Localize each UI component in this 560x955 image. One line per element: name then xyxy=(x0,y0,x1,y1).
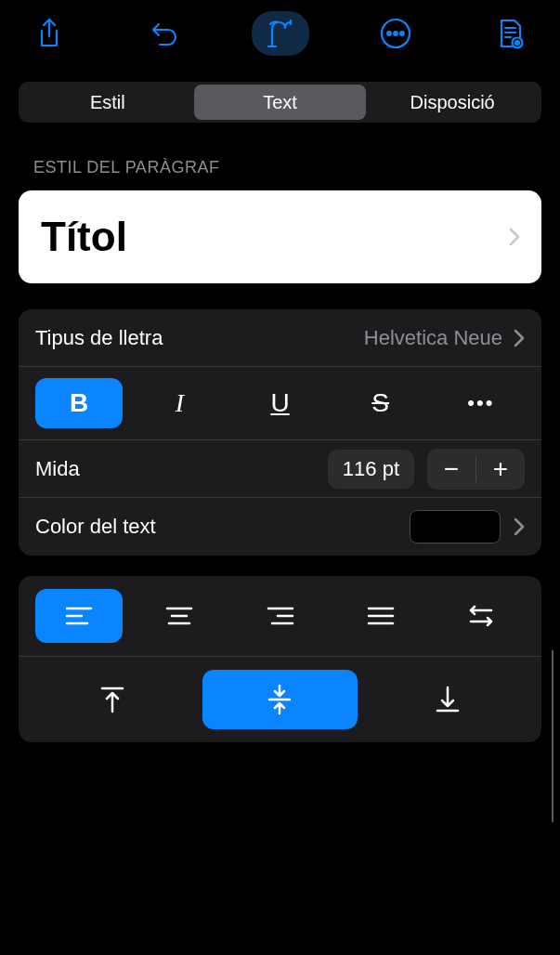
format-panel: Estil Text Disposició Estil del paràgraf… xyxy=(0,67,560,742)
align-justify-button[interactable] xyxy=(337,589,424,643)
font-value: Helvetica Neue xyxy=(364,326,502,350)
more-button[interactable] xyxy=(367,11,424,56)
align-left-button[interactable] xyxy=(35,589,123,643)
vertical-alignment-row xyxy=(19,657,541,742)
chevron-right-icon xyxy=(514,517,525,536)
chevron-right-icon xyxy=(508,227,521,247)
bold-button[interactable]: B xyxy=(35,378,123,428)
share-button[interactable] xyxy=(20,11,78,56)
tab-text[interactable]: Text xyxy=(194,85,367,120)
paragraph-style-value: Títol xyxy=(41,214,127,260)
alignment-group xyxy=(19,576,541,742)
size-row: Mida 116 pt − + xyxy=(19,440,541,498)
svg-point-3 xyxy=(400,32,404,35)
svg-point-1 xyxy=(387,32,391,35)
align-center-button[interactable] xyxy=(136,589,223,643)
document-settings-button[interactable] xyxy=(482,11,540,56)
size-value[interactable]: 116 pt xyxy=(328,450,414,489)
chevron-right-icon xyxy=(514,329,525,347)
valign-bottom-button[interactable] xyxy=(371,670,525,729)
scroll-indicator xyxy=(552,650,553,822)
font-row[interactable]: Tipus de lletra Helvetica Neue xyxy=(19,309,541,367)
tab-style[interactable]: Estil xyxy=(21,85,194,120)
paragraph-style-selector[interactable]: Títol xyxy=(19,190,541,283)
more-text-options-button[interactable]: ••• xyxy=(437,378,525,428)
size-label: Mida xyxy=(35,457,328,481)
underline-button[interactable]: U xyxy=(236,378,323,428)
paragraph-style-header: Estil del paràgraf xyxy=(33,158,541,177)
text-color-swatch xyxy=(410,510,501,543)
svg-point-2 xyxy=(394,32,397,35)
text-style-buttons: B I U S ••• xyxy=(19,367,541,440)
text-color-label: Color del text xyxy=(35,515,410,539)
italic-button[interactable]: I xyxy=(136,378,223,428)
svg-point-5 xyxy=(515,41,519,45)
text-color-row[interactable]: Color del text xyxy=(19,498,541,556)
size-decrease-button[interactable]: − xyxy=(427,449,475,490)
tab-layout[interactable]: Disposició xyxy=(366,85,539,120)
size-stepper: − + xyxy=(427,449,525,490)
valign-top-button[interactable] xyxy=(35,670,189,729)
panel-tabs: Estil Text Disposició xyxy=(19,82,541,123)
text-direction-button[interactable] xyxy=(437,589,525,643)
align-right-button[interactable] xyxy=(236,589,323,643)
valign-middle-button[interactable] xyxy=(202,670,357,729)
font-group: Tipus de lletra Helvetica Neue B I U S •… xyxy=(19,309,541,556)
format-button[interactable] xyxy=(252,11,309,56)
size-increase-button[interactable]: + xyxy=(476,449,525,490)
undo-button[interactable] xyxy=(136,11,193,56)
font-label: Tipus de lletra xyxy=(35,326,364,350)
horizontal-alignment-row xyxy=(19,576,541,657)
strikethrough-button[interactable]: S xyxy=(337,378,424,428)
top-toolbar xyxy=(0,0,560,67)
